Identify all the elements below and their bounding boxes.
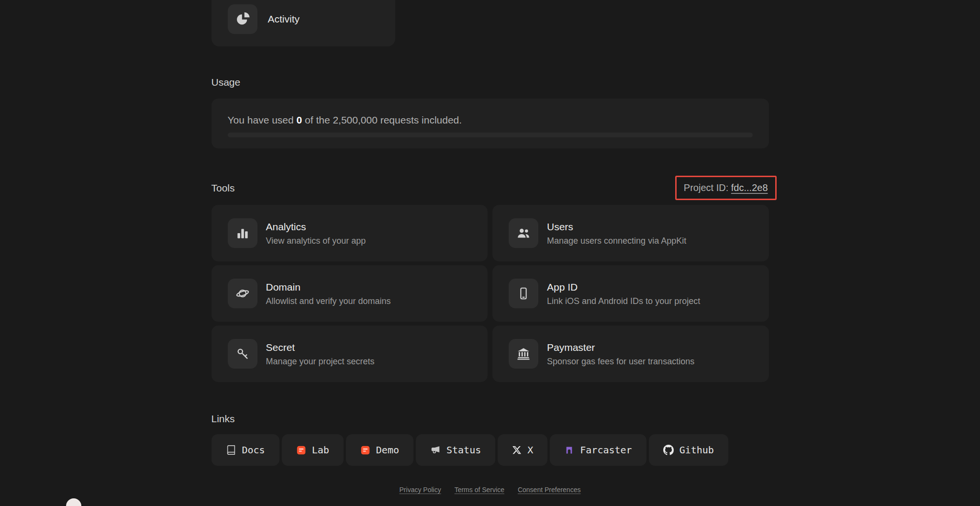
- project-id-value[interactable]: fdc...2e8: [731, 182, 768, 193]
- tool-card-title: Paymaster: [547, 341, 694, 354]
- bank-icon: [509, 339, 538, 369]
- tool-card-title: Domain: [266, 281, 391, 293]
- project-id[interactable]: Project ID: fdc...2e8: [675, 176, 777, 200]
- demo-app-icon: [360, 445, 370, 455]
- tools-grid: Analytics View analytics of your app Use…: [212, 205, 769, 382]
- tool-card-secret[interactable]: Secret Manage your project secrets: [212, 326, 488, 382]
- tool-card-text: Domain Allowlist and verify your domains: [266, 281, 391, 306]
- tool-card-text: Analytics View analytics of your app: [266, 221, 366, 246]
- tool-card-description: View analytics of your app: [266, 236, 366, 246]
- usage-card: You have used 0 of the 2,500,000 request…: [212, 99, 769, 148]
- activity-label: Activity: [268, 13, 300, 25]
- tool-card-text: Secret Manage your project secrets: [266, 341, 375, 367]
- link-label: Status: [446, 444, 481, 456]
- link-button-github[interactable]: Github: [649, 434, 728, 466]
- usage-prefix: You have used: [228, 114, 297, 125]
- tool-card-description: Allowlist and verify your domains: [266, 296, 391, 306]
- tool-card-app-id[interactable]: App ID Link iOS and Android IDs to your …: [492, 265, 769, 322]
- footer-link-consent-preferences[interactable]: Consent Preferences: [518, 486, 581, 494]
- link-button-demo[interactable]: Demo: [346, 434, 413, 466]
- activity-card[interactable]: Activity: [212, 0, 395, 46]
- links-heading: Links: [212, 413, 769, 425]
- bar-chart-icon: [228, 218, 257, 248]
- usage-heading: Usage: [212, 76, 769, 88]
- footer: Privacy Policy Terms of Service Consent …: [212, 486, 769, 494]
- link-button-status[interactable]: Status: [416, 434, 495, 466]
- footer-link-privacy-policy[interactable]: Privacy Policy: [400, 486, 441, 494]
- link-label: Github: [679, 444, 714, 456]
- github-icon: [663, 445, 674, 455]
- tool-card-title: Analytics: [266, 221, 366, 233]
- link-button-lab[interactable]: Lab: [282, 434, 344, 466]
- link-label: Lab: [312, 444, 329, 456]
- tool-card-text: Paymaster Sponsor gas fees for user tran…: [547, 341, 694, 367]
- tools-heading: Tools: [212, 182, 235, 194]
- usage-suffix: of the 2,500,000 requests included.: [302, 114, 462, 125]
- tool-card-users[interactable]: Users Manage users connecting via AppKit: [492, 205, 769, 261]
- main-content: Activity Usage You have used 0 of the 2,…: [212, 0, 769, 494]
- tool-card-title: Secret: [266, 341, 375, 354]
- usage-used-count: 0: [297, 114, 302, 125]
- usage-progress-bar: [228, 133, 753, 137]
- book-icon: [226, 445, 236, 455]
- users-icon: [509, 218, 538, 248]
- dashboard-page: Activity Usage You have used 0 of the 2,…: [0, 0, 980, 506]
- link-button-docs[interactable]: Docs: [212, 434, 279, 466]
- lab-app-icon: [296, 445, 306, 455]
- link-label: Docs: [242, 444, 265, 456]
- farcaster-icon: [564, 445, 574, 455]
- key-icon: [228, 339, 257, 369]
- usage-text: You have used 0 of the 2,500,000 request…: [228, 114, 753, 126]
- tool-card-description: Manage your project secrets: [266, 356, 375, 367]
- tool-card-paymaster[interactable]: Paymaster Sponsor gas fees for user tran…: [492, 326, 769, 382]
- link-button-farcaster[interactable]: Farcaster: [550, 434, 646, 466]
- tool-card-title: App ID: [547, 281, 700, 293]
- links-row: Docs Lab: [212, 434, 769, 466]
- tool-card-description: Sponsor gas fees for user transactions: [547, 356, 694, 367]
- link-button-x[interactable]: X: [498, 434, 547, 466]
- link-label: X: [527, 444, 533, 456]
- floating-widget[interactable]: [66, 498, 81, 506]
- megaphone-icon: [430, 445, 441, 455]
- pie-chart-icon: [228, 4, 257, 34]
- planet-icon: [228, 279, 257, 308]
- tool-card-text: App ID Link iOS and Android IDs to your …: [547, 281, 700, 306]
- mobile-icon: [509, 279, 538, 308]
- link-label: Farcaster: [580, 444, 632, 456]
- tools-header: Tools Project ID: fdc...2e8: [212, 174, 769, 201]
- tool-card-title: Users: [547, 221, 686, 233]
- tool-card-text: Users Manage users connecting via AppKit: [547, 221, 686, 246]
- project-id-label: Project ID:: [684, 182, 731, 193]
- tool-card-description: Manage users connecting via AppKit: [547, 236, 686, 246]
- tool-card-analytics[interactable]: Analytics View analytics of your app: [212, 205, 488, 261]
- tool-card-description: Link iOS and Android IDs to your project: [547, 296, 700, 306]
- link-label: Demo: [376, 444, 399, 456]
- footer-link-terms-of-service[interactable]: Terms of Service: [455, 486, 504, 494]
- tool-card-domain[interactable]: Domain Allowlist and verify your domains: [212, 265, 488, 322]
- x-logo-icon: [512, 445, 522, 455]
